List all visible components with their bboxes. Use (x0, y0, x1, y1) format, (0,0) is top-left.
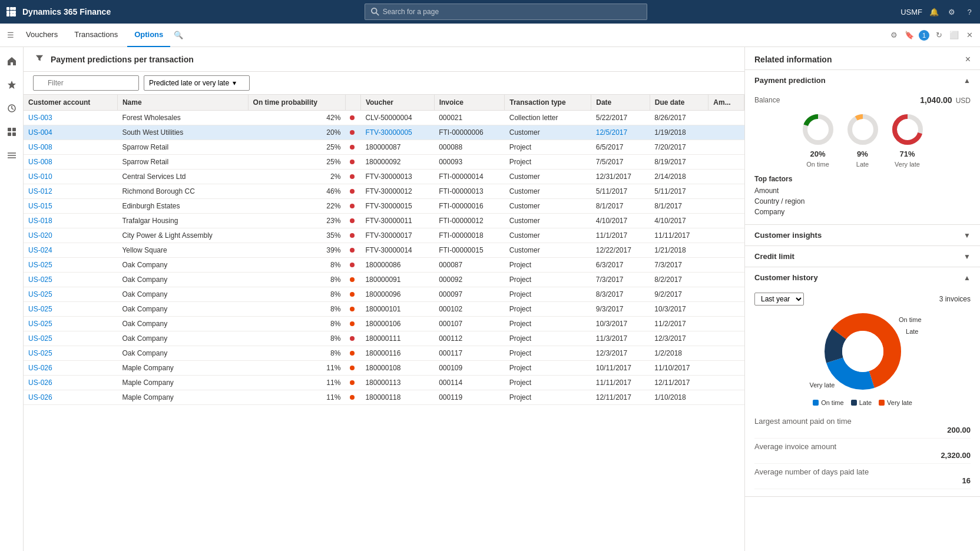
cell-name: Edinburgh Estates (117, 199, 248, 214)
table-row[interactable]: US-018 Trafalgar Housing 23% FTV-3000001… (24, 214, 744, 228)
bookmark-icon[interactable]: 🔖 (903, 29, 915, 41)
panel-title: Related information (754, 55, 832, 64)
table-row[interactable]: US-025 Oak Company 8% 180000111 000112 P… (24, 331, 744, 346)
cell-account: US-015 (24, 199, 117, 214)
sidebar-item-modules[interactable] (2, 146, 21, 165)
refresh-icon[interactable]: ↻ (933, 29, 945, 41)
right-panel: Related information × Payment prediction… (744, 47, 980, 551)
prediction-filter-dropdown[interactable]: Predicted late or very late ▾ (144, 75, 250, 91)
tab-transactions[interactable]: Transactions (67, 24, 125, 47)
customer-history-content: Last year 3 invoices (745, 288, 980, 496)
filter-toggle-button[interactable] (33, 52, 46, 67)
cell-dot (345, 243, 360, 258)
credit-limit-section: Credit limit ▼ (745, 246, 980, 267)
menu-toggle[interactable]: ☰ (5, 29, 16, 41)
table-row[interactable]: US-004 South West Utilities 20% FTV-3000… (24, 125, 744, 140)
cell-amount (708, 258, 744, 273)
table-row[interactable]: US-015 Edinburgh Estates 22% FTV-3000001… (24, 199, 744, 214)
sidebar-item-favorites[interactable] (2, 75, 21, 94)
grid-icon[interactable] (5, 5, 18, 18)
search-bar[interactable]: Search for a page (365, 4, 647, 20)
customer-history-header[interactable]: Customer history ▲ (745, 267, 980, 288)
cell-invoice: FTI-00000014 (434, 170, 505, 184)
table-row[interactable]: US-026 Maple Company 11% 180000113 00011… (24, 376, 744, 390)
table-row[interactable]: US-025 Oak Company 8% 180000096 000097 P… (24, 287, 744, 302)
cell-name: Maple Company (117, 376, 248, 390)
cell-name: Maple Company (117, 390, 248, 405)
tab-options[interactable]: Options (127, 24, 170, 47)
year-period-dropdown[interactable]: Last year (754, 293, 804, 306)
cell-amount (708, 199, 744, 214)
notification-icon[interactable]: 🔔 (928, 6, 940, 18)
stat-label-1: Largest amount paid on time (754, 417, 971, 426)
table-row[interactable]: US-025 Oak Company 8% 180000116 000117 P… (24, 346, 744, 361)
table-row[interactable]: US-024 Yellow Square 39% FTV-30000014 FT… (24, 243, 744, 258)
search-nav-icon[interactable]: 🔍 (173, 29, 184, 41)
cell-amount (708, 346, 744, 361)
tab-vouchers[interactable]: Vouchers (19, 24, 65, 47)
customer-insights-header[interactable]: Customer insights ▼ (745, 225, 980, 245)
balance-label: Balance (754, 96, 780, 104)
filter-input[interactable] (33, 75, 139, 91)
stat-label-2: Average invoice amount (754, 442, 971, 451)
settings-icon[interactable]: ⚙ (946, 6, 958, 18)
cell-voucher: 180000087 (360, 140, 434, 155)
donut-very-late-svg (890, 112, 925, 147)
history-stats: Largest amount paid on time 200.00 Avera… (754, 413, 971, 489)
cell-amount (708, 125, 744, 140)
cell-due: 8/2/2017 (650, 273, 708, 287)
cell-date: 9/3/2017 (591, 302, 650, 317)
legend-label-on-time: On time (821, 399, 844, 406)
cell-dot (345, 273, 360, 287)
cell-dot (345, 170, 360, 184)
cell-account: US-004 (24, 125, 117, 140)
sidebar-item-home[interactable] (2, 52, 21, 71)
cell-type: Collection letter (505, 111, 591, 125)
cell-invoice: 000119 (434, 390, 505, 405)
legend-dot-on-time (813, 400, 819, 406)
table-row[interactable]: US-008 Sparrow Retail 25% 180000087 0000… (24, 140, 744, 155)
svg-rect-8 (13, 14, 16, 16)
table-row[interactable]: US-010 Central Services Ltd 2% FTV-30000… (24, 170, 744, 184)
cell-probability: 8% (248, 302, 345, 317)
table-row[interactable]: US-020 City Power & Light Assembly 35% F… (24, 228, 744, 243)
cell-name: Oak Company (117, 287, 248, 302)
panel-close-button[interactable]: × (965, 54, 971, 65)
svg-rect-3 (6, 11, 9, 14)
cell-voucher: 180000111 (360, 331, 434, 346)
cell-invoice: 000097 (434, 287, 505, 302)
payment-prediction-header[interactable]: Payment prediction ▲ (745, 70, 980, 91)
table-row[interactable]: US-025 Oak Company 8% 180000086 000087 P… (24, 258, 744, 273)
open-icon[interactable]: ⬜ (948, 29, 960, 41)
sidebar-item-workspaces[interactable] (2, 122, 21, 141)
badge-icon[interactable]: 1 (919, 30, 929, 41)
help-icon[interactable]: ? (964, 6, 975, 18)
table-row[interactable]: US-012 Richmond Borough CC 46% FTV-30000… (24, 184, 744, 199)
cell-name: Oak Company (117, 302, 248, 317)
cell-type: Customer (505, 184, 591, 199)
sidebar-item-recent[interactable] (2, 99, 21, 118)
table-container[interactable]: Customer account Name On time probabilit… (24, 95, 744, 551)
table-row[interactable]: US-003 Forest Wholesales 42% CLV-5000000… (24, 111, 744, 125)
secondary-nav: ☰ Vouchers Transactions Options 🔍 ⚙ 🔖 1 … (0, 24, 980, 47)
table-row[interactable]: US-025 Oak Company 8% 180000106 000107 P… (24, 317, 744, 331)
table-row[interactable]: US-025 Oak Company 8% 180000091 000092 P… (24, 273, 744, 287)
table-row[interactable]: US-026 Maple Company 11% 180000118 00011… (24, 390, 744, 405)
table-row[interactable]: US-008 Sparrow Retail 25% 180000092 0000… (24, 155, 744, 170)
table-row[interactable]: US-025 Oak Company 8% 180000101 000102 P… (24, 302, 744, 317)
settings2-icon[interactable]: ⚙ (888, 29, 900, 41)
table-row[interactable]: US-026 Maple Company 11% 180000108 00010… (24, 361, 744, 376)
credit-limit-header[interactable]: Credit limit ▼ (745, 246, 980, 267)
cell-invoice: 000117 (434, 346, 505, 361)
cell-due: 7/3/2017 (650, 258, 708, 273)
cell-type: Project (505, 258, 591, 273)
cell-account: US-026 (24, 390, 117, 405)
donut-charts-row: 20% On time 9% Late (754, 112, 971, 168)
close-nav-icon[interactable]: ✕ (964, 29, 975, 41)
credit-limit-title: Credit limit (754, 252, 794, 261)
cell-type: Project (505, 346, 591, 361)
cell-invoice: FTI-00000006 (434, 125, 505, 140)
top-factors-title: Top factors (754, 175, 971, 183)
cell-invoice: FTI-00000013 (434, 184, 505, 199)
cell-type: Project (505, 390, 591, 405)
